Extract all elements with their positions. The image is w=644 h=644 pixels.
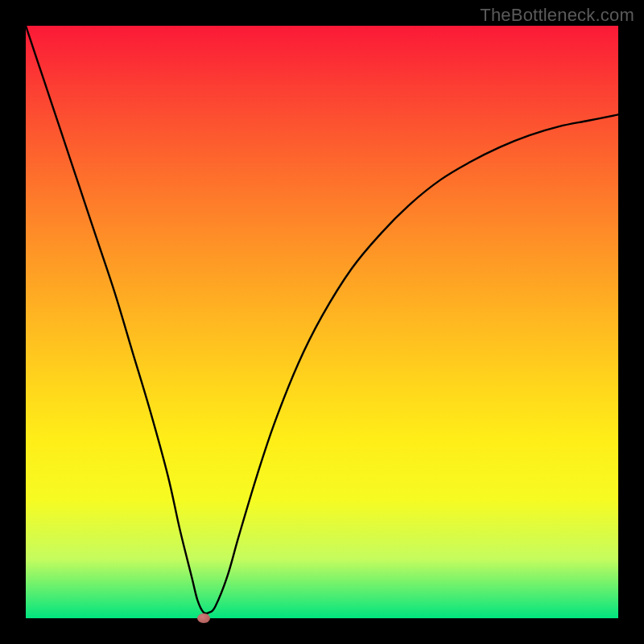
attribution-text: TheBottleneck.com [480, 5, 634, 26]
bottleneck-curve [26, 26, 618, 618]
plot-area [26, 26, 618, 618]
curve-path [26, 26, 618, 613]
minimum-marker [197, 613, 210, 623]
chart-frame: TheBottleneck.com [0, 0, 644, 644]
